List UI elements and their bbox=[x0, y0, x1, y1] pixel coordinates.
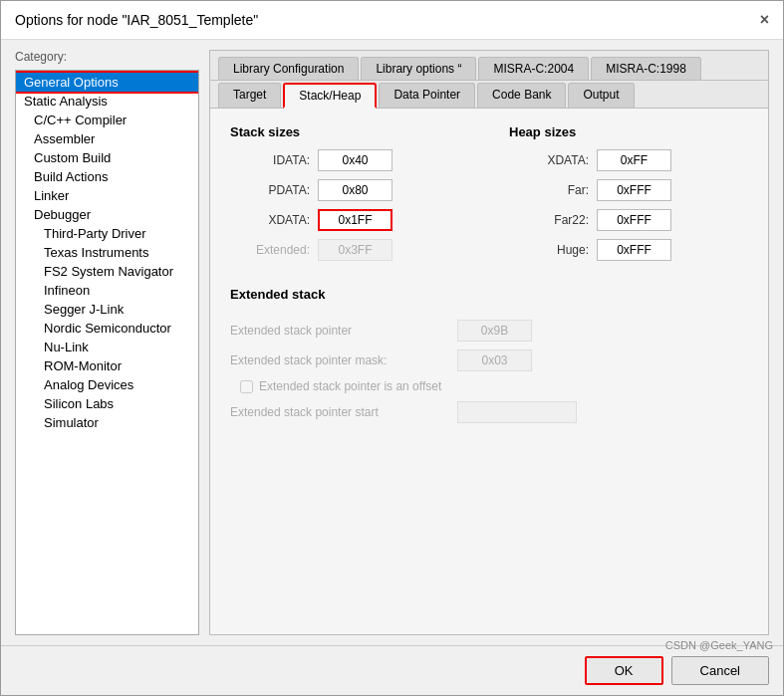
field-row-idata: IDATA: bbox=[230, 149, 469, 171]
left-panel: Category: General OptionsStatic Analysis… bbox=[15, 50, 199, 635]
sidebar-item-assembler[interactable]: Assembler bbox=[16, 129, 198, 148]
dialog-title: Options for node "IAR_8051_Templete" bbox=[15, 12, 258, 28]
sidebar-item-silicon-labs[interactable]: Silicon Labs bbox=[16, 394, 198, 413]
idata-input[interactable] bbox=[318, 149, 392, 171]
cancel-button[interactable]: Cancel bbox=[671, 656, 769, 685]
field-row-xdata: XDATA: bbox=[230, 209, 469, 231]
category-list: General OptionsStatic AnalysisC/C++ Comp… bbox=[15, 70, 199, 635]
ext-offset-checkbox bbox=[240, 380, 253, 393]
ext-start-label: Extended stack pointer start bbox=[230, 405, 449, 419]
sidebar-item-segger-jlink[interactable]: Segger J-Link bbox=[16, 300, 198, 319]
sidebar-item-rom-monitor[interactable]: ROM-Monitor bbox=[16, 356, 198, 375]
tab-output[interactable]: Output bbox=[568, 83, 634, 108]
ext-start-input bbox=[457, 401, 577, 423]
extended-input bbox=[318, 239, 392, 261]
xdata-heap-input[interactable] bbox=[597, 149, 671, 171]
stack-sizes-title: Stack sizes bbox=[230, 124, 469, 139]
field-row-xdata-heap: XDATA: bbox=[509, 149, 748, 171]
tab-misra-c-1998[interactable]: MISRA-C:1998 bbox=[591, 57, 701, 80]
sidebar-item-third-party-driver[interactable]: Third-Party Driver bbox=[16, 224, 198, 243]
sidebar-item-simulator[interactable]: Simulator bbox=[16, 413, 198, 432]
extended-label: Extended: bbox=[230, 243, 310, 257]
ext-mask-input bbox=[457, 349, 532, 371]
extended-stack-title: Extended stack bbox=[230, 287, 748, 302]
tab-data-pointer[interactable]: Data Pointer bbox=[379, 83, 475, 108]
watermark: CSDN @Geek_YANG bbox=[665, 639, 773, 651]
dialog-footer: OK Cancel bbox=[1, 645, 783, 695]
field-row-pdata: PDATA: bbox=[230, 179, 469, 201]
tab-misra-c-2004[interactable]: MISRA-C:2004 bbox=[478, 57, 589, 80]
tab-stack-heap[interactable]: Stack/Heap bbox=[283, 83, 377, 109]
category-label: Category: bbox=[15, 50, 199, 64]
main-dialog: Options for node "IAR_8051_Templete" × C… bbox=[0, 0, 784, 696]
far-input[interactable] bbox=[597, 179, 671, 201]
extended-stack-section: Extended stack Extended stack pointer Ex… bbox=[230, 287, 748, 423]
dialog-body: Category: General OptionsStatic Analysis… bbox=[1, 40, 783, 645]
sidebar-item-nu-link[interactable]: Nu-Link bbox=[16, 338, 198, 356]
close-button[interactable]: × bbox=[760, 11, 769, 29]
pdata-input[interactable] bbox=[318, 179, 392, 201]
stack-sizes-section: Stack sizes IDATA: PDATA: XDATA: bbox=[230, 124, 469, 269]
right-panel: Library Configuration Library options “ … bbox=[209, 50, 769, 635]
ext-pointer-label: Extended stack pointer bbox=[230, 324, 449, 338]
pdata-label: PDATA: bbox=[230, 183, 310, 197]
tabs-row-2: Target Stack/Heap Data Pointer Code Bank… bbox=[210, 81, 768, 109]
sidebar-item-infineon[interactable]: Infineon bbox=[16, 281, 198, 300]
ext-pointer-input bbox=[457, 320, 532, 342]
far22-label: Far22: bbox=[509, 213, 589, 227]
ext-mask-label: Extended stack pointer mask: bbox=[230, 353, 449, 367]
sidebar-item-fs2-system-navigator[interactable]: FS2 System Navigator bbox=[16, 262, 198, 281]
tabs-row-1: Library Configuration Library options “ … bbox=[210, 51, 768, 81]
ext-mask-row: Extended stack pointer mask: bbox=[230, 349, 748, 371]
huge-label: Huge: bbox=[509, 243, 589, 257]
xdata-label: XDATA: bbox=[230, 213, 310, 227]
tab-code-bank[interactable]: Code Bank bbox=[477, 83, 566, 108]
ext-checkbox-row: Extended stack pointer is an offset bbox=[240, 379, 748, 393]
tab-library-configuration[interactable]: Library Configuration bbox=[218, 57, 359, 80]
xdata-input[interactable] bbox=[318, 209, 392, 231]
sidebar-item-texas-instruments[interactable]: Texas Instruments bbox=[16, 243, 198, 262]
huge-input[interactable] bbox=[597, 239, 671, 261]
sidebar-item-nordic-semiconductor[interactable]: Nordic Semiconductor bbox=[16, 319, 198, 338]
ok-button[interactable]: OK bbox=[585, 656, 663, 685]
ext-pointer-row: Extended stack pointer bbox=[230, 320, 748, 342]
sidebar-item-linker[interactable]: Linker bbox=[16, 186, 198, 205]
stack-heap-columns: Stack sizes IDATA: PDATA: XDATA: bbox=[230, 124, 748, 269]
field-row-huge-heap: Huge: bbox=[509, 239, 748, 261]
heap-sizes-section: Heap sizes XDATA: Far: Far22: bbox=[509, 124, 748, 269]
tab-library-options[interactable]: Library options “ bbox=[361, 57, 476, 80]
heap-sizes-title: Heap sizes bbox=[509, 124, 748, 139]
ext-checkbox-label: Extended stack pointer is an offset bbox=[259, 379, 441, 393]
sidebar-item-analog-devices[interactable]: Analog Devices bbox=[16, 375, 198, 394]
field-row-far-heap: Far: bbox=[509, 179, 748, 201]
field-row-extended: Extended: bbox=[230, 239, 469, 261]
field-row-far22-heap: Far22: bbox=[509, 209, 748, 231]
title-bar: Options for node "IAR_8051_Templete" × bbox=[1, 1, 783, 40]
ext-start-row: Extended stack pointer start bbox=[230, 401, 748, 423]
sidebar-item-custom-build[interactable]: Custom Build bbox=[16, 148, 198, 167]
sidebar-item-general-options[interactable]: General Options bbox=[16, 73, 198, 92]
xdata-heap-label: XDATA: bbox=[509, 153, 589, 167]
sidebar-item-cpp-compiler[interactable]: C/C++ Compiler bbox=[16, 111, 198, 129]
content-area: Stack sizes IDATA: PDATA: XDATA: bbox=[210, 109, 768, 634]
tab-target[interactable]: Target bbox=[218, 83, 281, 108]
far22-input[interactable] bbox=[597, 209, 671, 231]
idata-label: IDATA: bbox=[230, 153, 310, 167]
far-label: Far: bbox=[509, 183, 589, 197]
sidebar-item-build-actions[interactable]: Build Actions bbox=[16, 167, 198, 186]
sidebar-item-debugger[interactable]: Debugger bbox=[16, 205, 198, 224]
sidebar-item-static-analysis[interactable]: Static Analysis bbox=[16, 92, 198, 111]
